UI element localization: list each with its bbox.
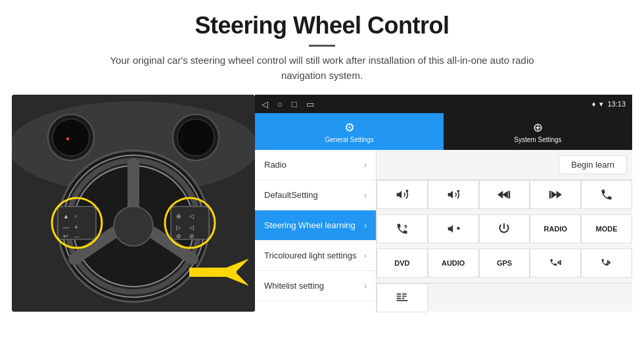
begin-learn-area: Begin learn — [502, 155, 633, 174]
menu-item-default-label: DefaultSetting — [264, 190, 318, 200]
gear-settings-icon: ⚙ — [344, 120, 355, 135]
page-wrapper: Steering Wheel Control Your original car… — [0, 0, 644, 361]
gps-label: GPS — [497, 259, 512, 267]
svg-text:◁: ◁ — [189, 213, 194, 220]
svg-rect-54 — [397, 298, 402, 299]
list-button[interactable] — [377, 283, 428, 312]
audio-label: AUDIO — [442, 259, 465, 267]
back-call-button[interactable] — [377, 214, 428, 243]
menu-item-default-setting[interactable]: DefaultSetting › — [255, 180, 376, 210]
svg-rect-57 — [402, 298, 404, 299]
chevron-icon-tricoloured: › — [364, 251, 367, 260]
svg-point-9 — [114, 206, 153, 246]
svg-rect-56 — [402, 296, 407, 297]
svg-rect-55 — [402, 293, 407, 295]
chevron-icon-default: › — [364, 191, 367, 200]
radio-button[interactable]: RADIO — [530, 214, 581, 243]
car-image-section: ▲ — ↩ ≈ + — ⊕ ◁ ▷ ◁ ⊘ ⊘ ● — [12, 95, 255, 312]
prev-track-button[interactable] — [479, 180, 530, 209]
home-nav-icon[interactable]: ○ — [277, 99, 283, 109]
svg-point-27 — [53, 119, 89, 156]
menu-item-steering-label: Steering Wheel learning — [264, 220, 356, 230]
vol-up-button[interactable] — [377, 180, 428, 209]
menu-item-radio[interactable]: Radio › — [255, 150, 376, 180]
mode-label: MODE — [596, 225, 618, 233]
main-content: ▲ — ↩ ≈ + — ⊕ ◁ ▷ ◁ ⊘ ⊘ ● — [0, 95, 644, 361]
phone-prev-button[interactable] — [530, 249, 581, 277]
system-settings-icon: ⊕ — [533, 120, 543, 135]
svg-text:▷: ▷ — [176, 224, 181, 231]
menu-item-whitelist[interactable]: Whitelist setting › — [255, 271, 376, 301]
buttons-panel: Begin learn — [377, 150, 632, 312]
svg-rect-58 — [397, 300, 408, 301]
svg-marker-40 — [497, 191, 503, 199]
last-row — [377, 283, 632, 312]
vol-down-button[interactable] — [428, 180, 479, 209]
svg-rect-44 — [549, 191, 551, 199]
status-time: 13:13 — [607, 100, 626, 108]
dvd-button[interactable]: DVD — [377, 249, 428, 277]
svg-text:●: ● — [66, 135, 70, 142]
menu-item-tricoloured-label: Tricoloured light settings — [264, 251, 356, 260]
tab-bar: ⚙ General Settings ⊕ System Settings — [255, 113, 632, 150]
back-nav-icon[interactable]: ◁ — [262, 99, 268, 109]
svg-marker-33 — [397, 191, 402, 199]
header-section: Steering Wheel Control Your original car… — [0, 0, 644, 88]
svg-rect-51 — [607, 260, 609, 265]
menu-item-steering-wheel[interactable]: Steering Wheel learning › — [255, 210, 376, 241]
settings-panel: Radio › DefaultSetting › Steering Wheel … — [255, 150, 632, 312]
svg-marker-45 — [448, 225, 453, 233]
status-bar: ◁ ○ □ ▭ ♦ ▾ 13:13 — [255, 95, 632, 113]
title-divider — [309, 45, 335, 47]
svg-point-30 — [177, 119, 214, 156]
next-track-button[interactable] — [530, 180, 581, 209]
svg-rect-49 — [560, 260, 561, 265]
svg-rect-32 — [189, 268, 237, 277]
svg-marker-39 — [503, 191, 508, 199]
phone-next-button[interactable] — [581, 249, 632, 277]
svg-text:⊘: ⊘ — [176, 233, 181, 239]
mute-button[interactable] — [428, 214, 479, 243]
status-bar-left: ◁ ○ □ ▭ — [262, 99, 314, 109]
svg-marker-37 — [448, 191, 453, 199]
page-subtitle: Your original car's steering wheel contr… — [99, 53, 545, 83]
mode-button[interactable]: MODE — [581, 214, 632, 243]
svg-text:+: + — [74, 224, 78, 231]
page-title: Steering Wheel Control — [26, 12, 618, 39]
begin-learn-button[interactable]: Begin learn — [559, 155, 627, 174]
svg-text:—: — — [74, 233, 80, 239]
svg-text:⊘: ⊘ — [189, 233, 195, 239]
android-ui: ◁ ○ □ ▭ ♦ ▾ 13:13 ⚙ General Settings — [255, 95, 632, 312]
buttons-row-top: Begin learn — [377, 150, 632, 180]
audio-button[interactable]: AUDIO — [428, 249, 479, 277]
chevron-icon-radio: › — [364, 160, 367, 170]
menu-item-tricoloured[interactable]: Tricoloured light settings › — [255, 241, 376, 271]
svg-text:◁: ◁ — [189, 224, 194, 231]
recents-nav-icon[interactable]: □ — [292, 99, 297, 109]
dvd-label: DVD — [394, 259, 409, 267]
tab-system-settings[interactable]: ⊕ System Settings — [444, 113, 632, 150]
tab-general-label: General Settings — [325, 136, 374, 143]
menu-item-whitelist-label: Whitelist setting — [264, 281, 324, 291]
svg-rect-52 — [397, 293, 402, 295]
svg-text:↩: ↩ — [63, 233, 68, 239]
svg-rect-53 — [397, 296, 402, 297]
gps-button[interactable]: GPS — [479, 249, 530, 277]
svg-rect-41 — [509, 191, 511, 199]
svg-text:—: — — [63, 224, 69, 231]
chevron-icon-whitelist: › — [364, 281, 367, 291]
svg-marker-48 — [557, 260, 560, 265]
svg-text:▲: ▲ — [63, 213, 69, 220]
chevron-icon-steering: › — [364, 221, 367, 230]
status-bar-right: ♦ ▾ 13:13 — [592, 100, 626, 108]
wifi-icon: ▾ — [599, 100, 603, 108]
screenshot-nav-icon[interactable]: ▭ — [306, 99, 314, 109]
svg-marker-43 — [557, 191, 562, 199]
phone-button[interactable] — [581, 180, 632, 209]
icon-grid: RADIO MODE DVD AUDIO GPS — [377, 180, 632, 283]
settings-menu: Radio › DefaultSetting › Steering Wheel … — [255, 150, 377, 312]
menu-item-radio-label: Radio — [264, 160, 287, 170]
location-icon: ♦ — [592, 100, 596, 108]
tab-general-settings[interactable]: ⚙ General Settings — [255, 113, 444, 150]
power-button[interactable] — [479, 214, 530, 243]
